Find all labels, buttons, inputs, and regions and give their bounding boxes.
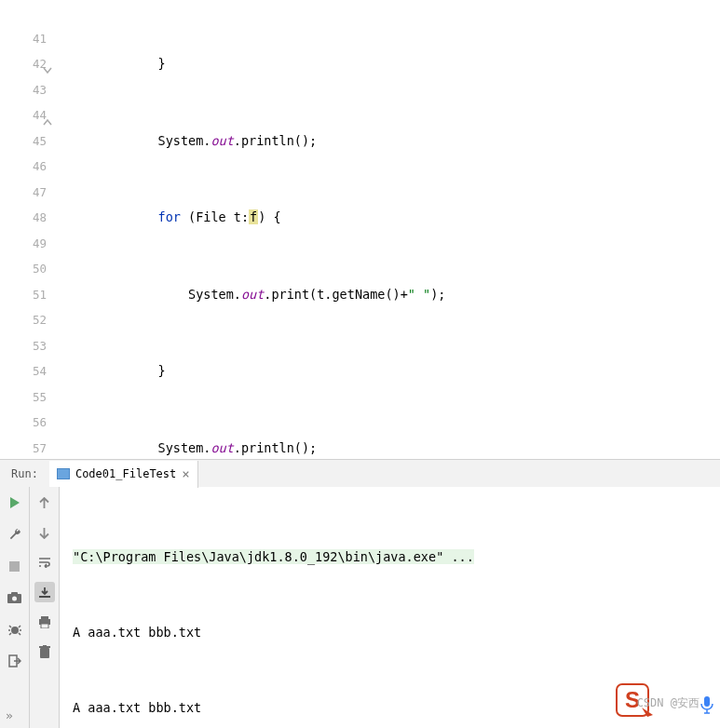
svg-rect-10 xyxy=(39,646,50,648)
fold-icon[interactable] xyxy=(43,59,52,68)
svg-rect-8 xyxy=(41,624,48,628)
fold-icon[interactable] xyxy=(43,110,52,119)
code-editor[interactable]: 41 42 43 44 45 46 47 48 49 50 51 52 53 5… xyxy=(0,0,720,459)
console-tool-column xyxy=(30,487,60,728)
svg-rect-6 xyxy=(41,616,48,619)
svg-rect-2 xyxy=(11,592,18,595)
exit-icon[interactable] xyxy=(5,651,25,671)
bug-icon[interactable] xyxy=(5,619,25,640)
console-panel: "C:\Program Files\Java\jdk1.8.0_192\bin\… xyxy=(0,487,720,728)
run-toolbar: Run: Code01_FileTest × xyxy=(0,459,720,487)
wrench-icon[interactable] xyxy=(5,524,25,545)
watermark: CSDN @安西 xyxy=(637,695,700,711)
svg-point-4 xyxy=(11,627,19,634)
line-gutter: 41 42 43 44 45 46 47 48 49 50 51 52 53 5… xyxy=(0,0,63,459)
command-line: "C:\Program Files\Java\jdk1.8.0_192\bin\… xyxy=(73,549,474,564)
up-arrow-icon[interactable] xyxy=(34,492,55,513)
code-content[interactable]: } System.out.println(); for (File t:f) {… xyxy=(63,0,720,459)
scroll-to-end-icon[interactable] xyxy=(34,582,55,602)
svg-rect-0 xyxy=(9,561,20,572)
svg-rect-14 xyxy=(704,696,710,707)
application-icon xyxy=(57,468,70,479)
camera-icon[interactable] xyxy=(5,587,25,608)
output-line: A aaa.txt bbb.txt xyxy=(73,620,707,645)
run-tab[interactable]: Code01_FileTest × xyxy=(49,461,198,488)
run-tab-title: Code01_FileTest xyxy=(75,467,176,480)
trash-icon[interactable] xyxy=(34,641,55,662)
down-arrow-icon[interactable] xyxy=(34,522,55,543)
close-icon[interactable]: × xyxy=(182,466,189,481)
collapse-icon[interactable]: » xyxy=(6,708,13,722)
print-icon[interactable] xyxy=(34,612,55,632)
output-line: A aaa.txt bbb.txt xyxy=(73,695,707,721)
rerun-button[interactable] xyxy=(5,492,25,513)
soft-wrap-icon[interactable] xyxy=(34,552,55,573)
svg-point-3 xyxy=(12,597,17,601)
run-label: Run: xyxy=(0,467,49,480)
run-tool-column xyxy=(0,487,30,728)
svg-rect-11 xyxy=(43,645,47,646)
microphone-icon[interactable] xyxy=(700,695,714,717)
stop-button[interactable] xyxy=(5,556,25,576)
svg-rect-9 xyxy=(40,648,49,658)
